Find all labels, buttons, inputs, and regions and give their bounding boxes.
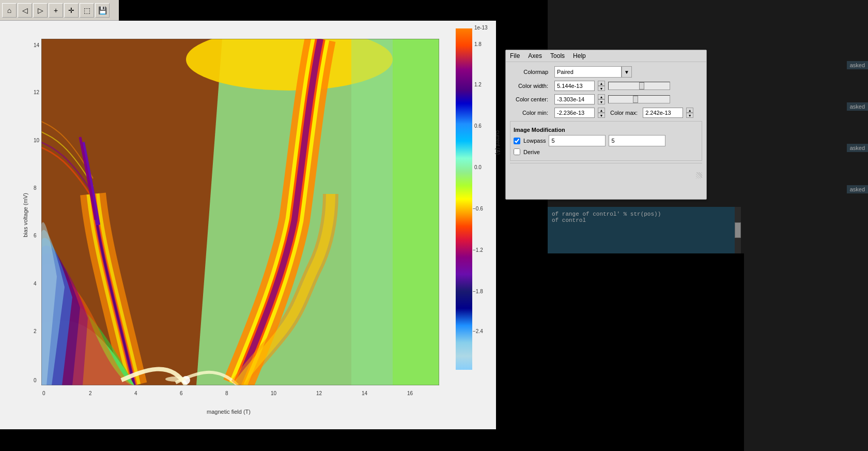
- terminal-area: of range of control' % str(pos)) of cont…: [548, 207, 736, 253]
- xtick-8: 8: [225, 390, 228, 396]
- color-max-input[interactable]: [643, 108, 683, 118]
- image-modification-section: Image Modification Lowpass Derive: [510, 121, 702, 161]
- cb-tick-neg1-2: −1.2: [473, 247, 483, 253]
- menu-axes[interactable]: Axes: [528, 52, 542, 59]
- menu-file[interactable]: File: [510, 52, 520, 59]
- color-width-slider-thumb[interactable]: [639, 82, 644, 89]
- ytick-12: 12: [34, 89, 39, 95]
- color-max-label: Color max:: [608, 110, 640, 116]
- zoom-button[interactable]: ⬚: [80, 3, 94, 18]
- colorbar: [456, 28, 472, 370]
- y-axis-label: bias voltage (mV): [22, 193, 28, 237]
- crosshair-button[interactable]: ✛: [64, 3, 79, 18]
- colormap-input[interactable]: [554, 66, 622, 78]
- ytick-14: 14: [34, 42, 39, 48]
- resize-handle[interactable]: [696, 172, 702, 178]
- x-axis-label: magnetic field (T): [207, 409, 251, 415]
- xtick-16: 16: [407, 390, 413, 396]
- color-minmax-row: Color min: ▲ ▼ Color max: ▲ ▼: [510, 108, 702, 118]
- color-min-down[interactable]: ▼: [598, 113, 605, 118]
- plot-svg: [41, 39, 439, 385]
- lowpass-input-2[interactable]: [609, 135, 665, 146]
- xtick-2: 2: [89, 390, 92, 396]
- color-center-row: Color center: ▲ ▼: [510, 94, 702, 104]
- derive-row: Derive: [514, 148, 699, 155]
- cb-tick-1-8: 1.8: [474, 41, 482, 47]
- color-width-row: Color width: ▲ ▼: [510, 81, 702, 91]
- ytick-0: 0: [34, 378, 37, 383]
- svg-rect-5: [393, 39, 439, 385]
- color-width-down[interactable]: ▼: [598, 86, 605, 91]
- color-max-spinbox: ▲ ▼: [686, 108, 693, 118]
- ytick-6: 6: [34, 233, 37, 238]
- terminal-line-1: of range of control' % str(pos)): [552, 211, 732, 217]
- color-max-down[interactable]: ▼: [686, 113, 693, 118]
- xtick-4: 4: [134, 390, 137, 396]
- color-width-label: Color width:: [510, 83, 551, 89]
- terminal-scrollbar-thumb[interactable]: [735, 222, 741, 238]
- forward-button[interactable]: ▷: [33, 3, 48, 18]
- ytick-2: 2: [34, 328, 37, 334]
- lowpass-checkbox[interactable]: [514, 138, 520, 144]
- settings-bottom-area: [510, 163, 702, 178]
- ytick-10: 10: [34, 138, 39, 143]
- terminal-bottom: [548, 253, 744, 451]
- asked-label-3: asked: [847, 144, 868, 152]
- home-button[interactable]: ⌂: [2, 3, 17, 18]
- color-min-input[interactable]: [554, 108, 595, 118]
- lowpass-input-1[interactable]: [549, 135, 606, 146]
- color-min-up[interactable]: ▲: [598, 108, 605, 113]
- menu-help[interactable]: Help: [573, 52, 586, 59]
- add-button[interactable]: +: [49, 3, 63, 18]
- matplotlib-plot: bias voltage (mV) 0 2 4 6 8 10 12 14 0 2…: [0, 21, 496, 429]
- color-center-up[interactable]: ▲: [598, 94, 605, 99]
- back-button[interactable]: ◁: [18, 3, 32, 18]
- color-center-slider-track[interactable]: [608, 95, 670, 103]
- color-width-spinbox: ▲ ▼: [598, 81, 605, 91]
- colormap-container: ▼: [554, 66, 632, 78]
- ytick-4: 4: [34, 281, 37, 287]
- xtick-6: 6: [180, 390, 183, 396]
- derive-checkbox[interactable]: [514, 148, 520, 155]
- colorbar-top-value: 1e-13: [474, 25, 488, 31]
- color-width-input[interactable]: [554, 81, 595, 91]
- xtick-10: 10: [271, 390, 276, 396]
- derive-label: Derive: [523, 149, 540, 155]
- color-center-input[interactable]: [554, 94, 595, 104]
- cb-tick-neg1-8: −1.8: [473, 289, 483, 294]
- xtick-12: 12: [316, 390, 322, 396]
- asked-label-4: asked: [847, 185, 868, 193]
- terminal-scrollbar[interactable]: [735, 207, 741, 253]
- toolbar: ⌂ ◁ ▷ + ✛ ⬚ 💾: [0, 0, 119, 21]
- asked-label-1: asked: [847, 61, 868, 69]
- save-button[interactable]: 💾: [95, 3, 110, 18]
- color-center-down[interactable]: ▼: [598, 99, 605, 104]
- image-mod-header: Image Modification: [514, 127, 699, 133]
- terminal-line-2: of control: [552, 217, 732, 223]
- colormap-dropdown-arrow[interactable]: ▼: [622, 66, 632, 78]
- cb-tick-0-6: 0.6: [474, 123, 482, 129]
- color-center-spinbox: ▲ ▼: [598, 94, 605, 104]
- xtick-14: 14: [362, 390, 367, 396]
- color-width-slider-track[interactable]: [608, 82, 670, 90]
- settings-body: Colormap ▼ Color width: ▲ ▼ Color center…: [506, 62, 706, 183]
- color-max-up[interactable]: ▲: [686, 108, 693, 113]
- lowpass-row: Lowpass: [514, 135, 699, 146]
- color-min-spinbox: ▲ ▼: [598, 108, 605, 118]
- color-center-label: Color center:: [510, 96, 551, 102]
- menu-tools[interactable]: Tools: [550, 52, 565, 59]
- colormap-row: Colormap ▼: [510, 66, 702, 78]
- svg-point-7: [165, 377, 186, 382]
- color-center-slider-thumb[interactable]: [633, 96, 638, 103]
- lowpass-label: Lowpass: [523, 138, 546, 144]
- cb-tick-neg0-6: −0.6: [473, 206, 483, 212]
- settings-panel: File Axes Tools Help Colormap ▼ Color wi…: [505, 50, 707, 200]
- colorbar-label: current (A): [495, 130, 501, 155]
- settings-menubar: File Axes Tools Help: [506, 50, 706, 62]
- xtick-0: 0: [42, 390, 45, 396]
- color-min-label: Color min:: [510, 110, 551, 116]
- asked-label-2: asked: [847, 102, 868, 111]
- color-width-up[interactable]: ▲: [598, 81, 605, 86]
- cb-tick-0-0: 0.0: [474, 164, 482, 170]
- colormap-label: Colormap: [510, 69, 551, 75]
